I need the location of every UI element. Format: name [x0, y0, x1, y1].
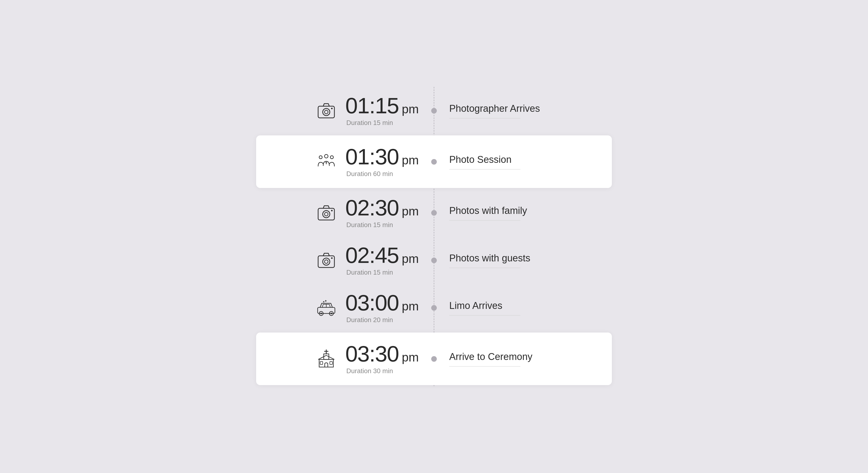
camera-icon [315, 201, 338, 224]
time-duration-photo-session: Duration 60 min [346, 170, 393, 178]
time-duration-photos-with-guests: Duration 15 min [346, 269, 393, 276]
event-title-photos-with-family: Photos with family [449, 205, 612, 216]
event-title-photo-session: Photo Session [449, 154, 612, 165]
timeline-row-photos-with-guests[interactable]: 02:45 pm Duration 15 min Photos with gue… [256, 236, 612, 284]
time-main-photographer-arrives: 01:15 pm [345, 94, 419, 117]
left-side-photo-session: 01:30 pm Duration 60 min [256, 146, 434, 178]
svg-rect-28 [324, 354, 329, 359]
camera-icon [315, 249, 338, 272]
timeline-row-photo-session[interactable]: 01:30 pm Duration 60 min Photo Session [256, 135, 612, 188]
timeline-row-limo-arrives[interactable]: 03:00 pm Duration 20 min Limo Arrives [256, 284, 612, 332]
svg-point-10 [324, 212, 328, 216]
timeline-dot-photographer-arrives [431, 108, 437, 114]
event-title-photos-with-guests: Photos with guests [449, 253, 612, 264]
left-side-limo-arrives: 03:00 pm Duration 20 min [256, 292, 434, 324]
left-side-photos-with-family: 02:30 pm Duration 15 min [256, 197, 434, 229]
timeline-row-arrive-to-ceremony[interactable]: 03:30 pm Duration 30 min Arrive to Cerem… [256, 333, 612, 385]
time-main-arrive-to-ceremony: 03:30 pm [345, 343, 419, 365]
timeline-dot-photos-with-family [431, 210, 437, 216]
time-main-photos-with-family: 02:30 pm [345, 197, 419, 219]
time-duration-arrive-to-ceremony: Duration 30 min [346, 367, 393, 375]
time-duration-photographer-arrives: Duration 15 min [346, 119, 393, 127]
time-block-photo-session: 01:30 pm Duration 60 min [345, 146, 419, 178]
time-main-limo-arrives: 03:00 pm [345, 292, 419, 314]
left-side-arrive-to-ceremony: 03:30 pm Duration 30 min [256, 343, 434, 375]
people-icon [315, 150, 338, 173]
svg-point-9 [323, 211, 330, 218]
church-icon [315, 348, 338, 370]
timeline-dot-photos-with-guests [431, 258, 437, 263]
svg-rect-31 [330, 361, 332, 365]
timeline-dot-arrive-to-ceremony [431, 356, 437, 362]
svg-point-15 [331, 257, 333, 259]
timeline-dot-limo-arrives [431, 305, 437, 311]
time-ampm-arrive-to-ceremony: pm [402, 351, 419, 364]
time-digits-photos-with-family: 02:30 [345, 197, 399, 219]
event-title-photographer-arrives: Photographer Arrives [449, 103, 612, 114]
event-underline-limo-arrives [449, 315, 520, 316]
svg-point-13 [323, 258, 330, 265]
time-main-photo-session: 01:30 pm [345, 146, 419, 168]
time-main-photos-with-guests: 02:45 pm [345, 244, 419, 266]
time-digits-photographer-arrives: 01:15 [345, 94, 399, 117]
timeline-dot-photo-session [431, 159, 437, 165]
time-block-limo-arrives: 03:00 pm Duration 20 min [345, 292, 419, 324]
time-duration-photos-with-family: Duration 15 min [346, 221, 393, 229]
right-side-photos-with-family: Photos with family [434, 205, 612, 220]
svg-point-2 [324, 110, 328, 114]
timeline-row-photographer-arrives[interactable]: 01:15 pm Duration 15 min Photographer Ar… [256, 87, 612, 134]
svg-rect-29 [319, 359, 333, 367]
time-duration-limo-arrives: Duration 20 min [346, 316, 393, 324]
right-side-arrive-to-ceremony: Arrive to Ceremony [434, 351, 612, 367]
svg-point-5 [319, 156, 322, 159]
time-block-photos-with-family: 02:30 pm Duration 15 min [345, 197, 419, 229]
svg-point-21 [331, 313, 332, 314]
right-side-photographer-arrives: Photographer Arrives [434, 103, 612, 118]
svg-point-6 [330, 156, 333, 159]
right-side-photo-session: Photo Session [434, 154, 612, 169]
camera-icon [315, 99, 338, 122]
time-digits-photos-with-guests: 02:45 [345, 244, 399, 266]
right-side-photos-with-guests: Photos with guests [434, 253, 612, 268]
svg-point-20 [320, 313, 322, 314]
time-ampm-photos-with-family: pm [402, 205, 419, 217]
event-title-limo-arrives: Limo Arrives [449, 300, 612, 311]
event-title-arrive-to-ceremony: Arrive to Ceremony [449, 351, 612, 362]
time-digits-arrive-to-ceremony: 03:30 [345, 343, 399, 365]
left-side-photographer-arrives: 01:15 pm Duration 15 min [256, 94, 434, 127]
svg-rect-30 [320, 361, 323, 365]
car-icon [315, 296, 338, 319]
timeline: 01:15 pm Duration 15 min Photographer Ar… [256, 87, 612, 386]
svg-point-1 [323, 108, 330, 116]
time-ampm-limo-arrives: pm [402, 300, 419, 312]
svg-point-4 [324, 154, 328, 158]
time-block-arrive-to-ceremony: 03:30 pm Duration 30 min [345, 343, 419, 375]
svg-point-14 [324, 260, 328, 263]
svg-point-11 [331, 210, 333, 211]
time-block-photographer-arrives: 01:15 pm Duration 15 min [345, 94, 419, 127]
time-block-photos-with-guests: 02:45 pm Duration 15 min [345, 244, 419, 276]
time-digits-photo-session: 01:30 [345, 146, 399, 168]
time-ampm-photographer-arrives: pm [402, 103, 419, 115]
event-underline-photo-session [449, 169, 520, 169]
time-digits-limo-arrives: 03:00 [345, 292, 399, 314]
time-ampm-photo-session: pm [402, 154, 419, 166]
svg-rect-16 [318, 307, 335, 313]
timeline-row-photos-with-family[interactable]: 02:30 pm Duration 15 min Photos with fam… [256, 189, 612, 236]
left-side-photos-with-guests: 02:45 pm Duration 15 min [256, 244, 434, 276]
right-side-limo-arrives: Limo Arrives [434, 300, 612, 316]
event-underline-arrive-to-ceremony [449, 366, 520, 367]
svg-point-3 [331, 108, 333, 109]
time-ampm-photos-with-guests: pm [402, 253, 419, 265]
